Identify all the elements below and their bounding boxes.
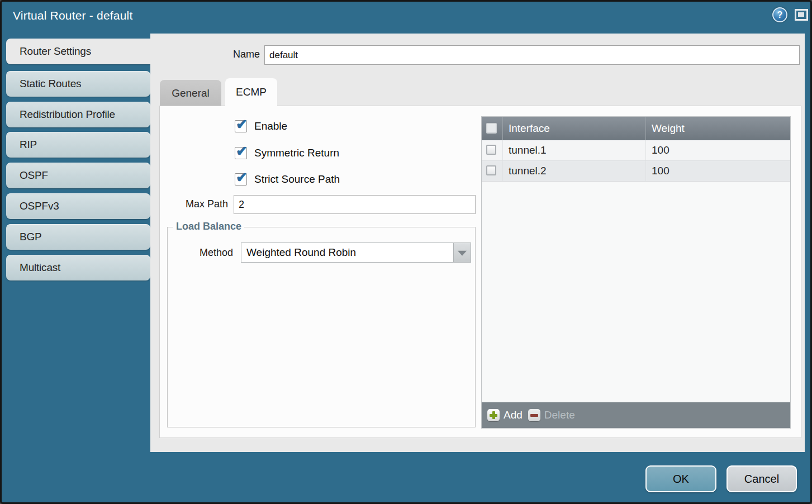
- cell-interface: tunnel.1: [503, 140, 646, 160]
- add-button-label: Add: [504, 409, 523, 421]
- sidebar-item-multicast[interactable]: Multicast: [6, 255, 150, 280]
- cancel-button[interactable]: Cancel: [726, 465, 797, 492]
- strict-source-path-checkbox[interactable]: ✔: [235, 173, 247, 186]
- minus-icon: [528, 409, 540, 421]
- row-checkbox-cell: [482, 140, 503, 160]
- check-icon: ✔: [236, 169, 248, 186]
- help-icon[interactable]: ?: [772, 7, 787, 22]
- add-button[interactable]: Add: [487, 409, 523, 421]
- max-path-label: Max Path: [153, 198, 228, 210]
- enable-checkbox[interactable]: ✔: [235, 120, 247, 132]
- delete-button-label: Delete: [544, 409, 575, 421]
- dialog-title: Virtual Router - default: [13, 9, 133, 22]
- table-row[interactable]: tunnel.2 100: [482, 161, 790, 182]
- select-all-checkbox[interactable]: [486, 123, 497, 134]
- tab-ecmp[interactable]: ECMP: [225, 78, 277, 107]
- symmetric-return-checkbox[interactable]: ✔: [235, 147, 247, 159]
- method-select[interactable]: Weighted Round Robin: [241, 243, 471, 263]
- symmetric-return-label: Symmetric Return: [254, 146, 339, 160]
- name-label: Name: [192, 49, 260, 60]
- column-header-weight[interactable]: Weight: [646, 117, 790, 140]
- method-value: Weighted Round Robin: [246, 243, 453, 262]
- row-checkbox[interactable]: [486, 165, 496, 175]
- row-checkbox[interactable]: [486, 145, 496, 155]
- strict-source-path-label: Strict Source Path: [254, 173, 340, 186]
- name-input[interactable]: [264, 45, 800, 65]
- sidebar-item-redistribution-profile[interactable]: Redistribution Profile: [6, 102, 150, 127]
- column-header-interface[interactable]: Interface: [503, 117, 646, 140]
- virtual-router-dialog: Virtual Router - default ? Router Settin…: [0, 0, 812, 504]
- cell-weight: 100: [646, 140, 790, 160]
- sidebar-item-static-routes[interactable]: Static Routes: [6, 71, 150, 97]
- method-label: Method: [170, 247, 233, 259]
- cell-weight: 100: [646, 161, 790, 181]
- delete-button[interactable]: Delete: [528, 409, 575, 421]
- sidebar-item-ospf[interactable]: OSPF: [6, 163, 150, 188]
- load-balance-legend: Load Balance: [173, 221, 244, 232]
- header-checkbox-cell: [482, 117, 503, 140]
- sidebar-item-router-settings[interactable]: Router Settings: [6, 39, 153, 64]
- table-header: Interface Weight: [482, 117, 790, 140]
- check-icon: ✔: [236, 143, 248, 159]
- interface-table: Interface Weight tunnel.1 100 tunnel.2 1…: [481, 116, 791, 429]
- popout-icon[interactable]: [795, 9, 808, 21]
- row-checkbox-cell: [482, 161, 503, 181]
- plus-icon: [487, 409, 500, 421]
- tab-general[interactable]: General: [160, 80, 221, 106]
- table-toolbar: Add Delete: [482, 402, 790, 428]
- max-path-input[interactable]: [234, 195, 476, 214]
- enable-label: Enable: [254, 120, 287, 133]
- chevron-down-icon: [453, 243, 471, 262]
- sidebar-item-ospfv3[interactable]: OSPFv3: [6, 193, 150, 219]
- check-icon: ✔: [236, 116, 248, 132]
- sidebar-item-bgp[interactable]: BGP: [6, 224, 150, 250]
- cell-interface: tunnel.2: [503, 161, 646, 181]
- table-row[interactable]: tunnel.1 100: [482, 140, 790, 161]
- load-balance-fieldset: Load Balance Method Weighted Round Robin: [167, 227, 476, 427]
- ok-button[interactable]: OK: [645, 465, 716, 492]
- sidebar-item-rip[interactable]: RIP: [6, 132, 150, 158]
